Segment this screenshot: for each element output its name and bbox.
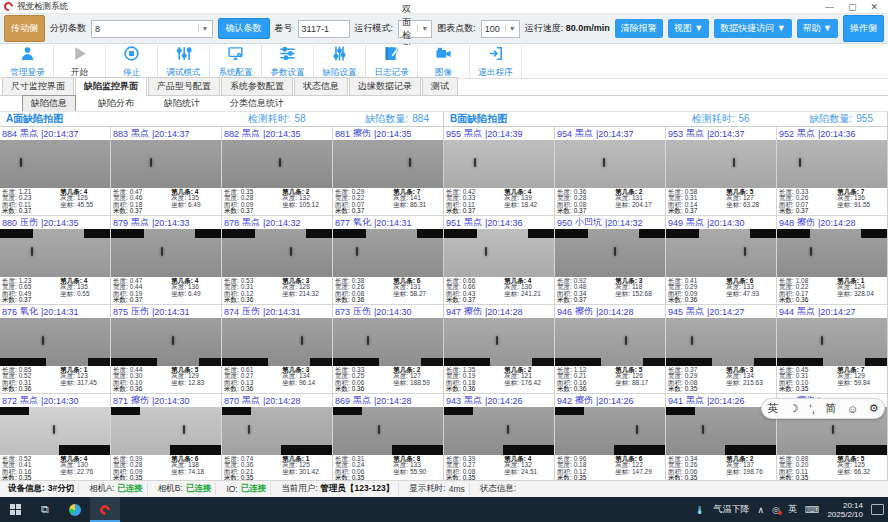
- defect-thumbnail[interactable]: [222, 407, 332, 455]
- admin-login-button[interactable]: 管理登录: [2, 45, 54, 78]
- defect-cell[interactable]: 946 擦伤 |20:14:28 长度: 1.12 宽度: 0.21 面积: 0…: [555, 305, 665, 393]
- defect-cell[interactable]: 943 黑点 |20:14:26 长度: 0.39 宽度: 0.27 面积: 0…: [444, 394, 554, 482]
- keyboard-icon[interactable]: ⌨: [805, 504, 819, 515]
- log-record-button[interactable]: 日志记录: [366, 45, 418, 78]
- defect-thumbnail[interactable]: [111, 140, 221, 188]
- drive-side-button[interactable]: 传动侧: [4, 15, 45, 42]
- roll-number-input[interactable]: 3117-1: [298, 20, 350, 38]
- defect-cell[interactable]: 869 黑点 |20:14:28 长度: 0.31 宽度: 0.24 面积: 0…: [333, 394, 443, 482]
- defect-thumbnail[interactable]: [222, 318, 332, 366]
- language-indicator[interactable]: 英: [788, 503, 797, 516]
- chart-points-select[interactable]: 100 ▼: [481, 20, 520, 38]
- ime-lang-toggle[interactable]: 英: [767, 401, 778, 416]
- defect-thumbnail[interactable]: [777, 318, 887, 366]
- defect-cell[interactable]: 948 擦伤 |20:14:28 长度: 1.08 宽度: 0.22 面积: 0…: [777, 216, 887, 304]
- defect-cell[interactable]: 876 氧化 |20:14:31 长度: 0.85 宽度: 0.52 面积: 0…: [0, 305, 110, 393]
- defect-cell[interactable]: 874 压伤 |20:14:31 长度: 0.61 宽度: 0.27 面积: 0…: [222, 305, 332, 393]
- notification-center-button[interactable]: [871, 504, 884, 515]
- view-menu-button[interactable]: 视图 ▼: [668, 19, 709, 38]
- tab-product-config[interactable]: 产品型号配置: [148, 77, 220, 95]
- defect-cell[interactable]: 878 黑点 |20:14:32 长度: 0.53 宽度: 0.31 面积: 0…: [222, 216, 332, 304]
- defect-cell[interactable]: 950 小凹坑 |20:14:32 长度: 0.92 宽度: 0.48 面积: …: [555, 216, 665, 304]
- defect-thumbnail[interactable]: [111, 229, 221, 277]
- defect-cell[interactable]: 881 擦伤 |20:14:35 长度: 0.29 宽度: 0.22 面积: 0…: [333, 127, 443, 215]
- defect-cell[interactable]: 951 黑点 |20:14:36 长度: 0.66 宽度: 0.66 面积: 0…: [444, 216, 554, 304]
- tab-status-info[interactable]: 状态信息: [294, 77, 348, 95]
- start-button[interactable]: 开始: [54, 45, 106, 78]
- defect-cell[interactable]: 872 黑点 |20:14:30 长度: 0.52 宽度: 0.41 面积: 0…: [0, 394, 110, 482]
- maximize-button[interactable]: ▢: [848, 2, 857, 12]
- tab-system-params[interactable]: 系统参数配置: [221, 77, 293, 95]
- defect-cell[interactable]: 941 黑点 |20:14:26 长度: 0.34 宽度: 0.26 面积: 0…: [666, 394, 776, 482]
- defect-cell[interactable]: 883 黑点 |20:14:37 长度: 0.47 宽度: 0.46 面积: 0…: [111, 127, 221, 215]
- defect-thumbnail[interactable]: [555, 229, 665, 277]
- subtab-defect-distribution[interactable]: 缺陷分布: [90, 96, 142, 111]
- close-button[interactable]: ✕: [870, 2, 878, 12]
- tab-test[interactable]: 测试: [422, 77, 458, 95]
- defect-cell[interactable]: 882 黑点 |20:14:35 长度: 0.35 宽度: 0.28 面积: 0…: [222, 127, 332, 215]
- subtab-defect-statistics[interactable]: 缺陷统计: [156, 96, 208, 111]
- defect-settings-button[interactable]: 缺陷设置: [314, 45, 366, 78]
- exit-program-button[interactable]: 退出程序: [470, 45, 522, 78]
- defect-thumbnail[interactable]: [111, 407, 221, 455]
- defect-thumbnail[interactable]: [0, 140, 110, 188]
- emoji-icon[interactable]: ☺: [847, 403, 858, 415]
- defect-thumbnail[interactable]: [666, 407, 776, 455]
- defect-cell[interactable]: 947 擦伤 |20:14:28 长度: 1.35 宽度: 0.19 面积: 0…: [444, 305, 554, 393]
- defect-thumbnail[interactable]: [333, 140, 443, 188]
- defect-thumbnail[interactable]: [222, 229, 332, 277]
- data-quick-access-button[interactable]: 数据快捷访问 ▼: [714, 19, 791, 38]
- defect-cell[interactable]: 873 压伤 |20:14:30 长度: 0.33 宽度: 0.25 面积: 0…: [333, 305, 443, 393]
- defect-thumbnail[interactable]: [666, 318, 776, 366]
- defect-cell[interactable]: 877 氧化 |20:14:31 长度: 0.38 宽度: 0.26 面积: 0…: [333, 216, 443, 304]
- minimize-button[interactable]: —: [825, 2, 834, 12]
- tab-edge-data[interactable]: 边缘数据记录: [349, 77, 421, 95]
- slit-count-select[interactable]: 8 ▼: [91, 20, 213, 38]
- defect-cell[interactable]: 875 压伤 |20:14:31 长度: 0.44 宽度: 0.30 面积: 0…: [111, 305, 221, 393]
- defect-thumbnail[interactable]: [555, 140, 665, 188]
- moon-icon[interactable]: ☽: [789, 402, 799, 415]
- subtab-defect-info[interactable]: 缺陷信息: [22, 95, 76, 112]
- defect-thumbnail[interactable]: [444, 140, 554, 188]
- defect-thumbnail[interactable]: [444, 407, 554, 455]
- defect-cell[interactable]: 953 黑点 |20:14:37 长度: 0.58 宽度: 0.31 面积: 0…: [666, 127, 776, 215]
- defect-cell[interactable]: 955 黑点 |20:14:39 长度: 0.42 宽度: 0.33 面积: 0…: [444, 127, 554, 215]
- run-mode-select[interactable]: 双面检测 ▼: [398, 20, 432, 38]
- tab-defect-monitor[interactable]: 缺陷监控界面: [75, 77, 147, 96]
- start-button[interactable]: [0, 497, 30, 522]
- defect-cell[interactable]: 880 压伤 |20:14:35 长度: 1.23 宽度: 0.65 面积: 0…: [0, 216, 110, 304]
- punctuation-toggle[interactable]: ’,: [809, 403, 815, 415]
- defect-thumbnail[interactable]: [0, 407, 110, 455]
- defect-thumbnail[interactable]: [111, 318, 221, 366]
- defect-cell[interactable]: 945 黑点 |20:14:27 长度: 0.37 宽度: 0.29 面积: 0…: [666, 305, 776, 393]
- simplified-toggle[interactable]: 简: [825, 401, 836, 416]
- defect-thumbnail[interactable]: [333, 318, 443, 366]
- defect-cell[interactable]: 952 黑点 |20:14:36 长度: 0.33 宽度: 0.26 面积: 0…: [777, 127, 887, 215]
- defect-cell[interactable]: 870 黑点 |20:14:28 长度: 0.74 宽度: 0.36 面积: 0…: [222, 394, 332, 482]
- defect-thumbnail[interactable]: [666, 140, 776, 188]
- parameter-settings-button[interactable]: 参数设置: [262, 45, 314, 78]
- defect-thumbnail[interactable]: [444, 229, 554, 277]
- defect-thumbnail[interactable]: [333, 407, 443, 455]
- image-button[interactable]: 图像: [418, 45, 470, 78]
- defect-cell[interactable]: 871 擦伤 |20:14:30 长度: 0.39 宽度: 0.28 面积: 0…: [111, 394, 221, 482]
- defect-thumbnail[interactable]: [333, 229, 443, 277]
- browser-taskbar-icon[interactable]: [60, 497, 90, 522]
- defect-cell[interactable]: 884 黑点 |20:14:37 长度: 1.21 宽度: 0.23 面积: 0…: [0, 127, 110, 215]
- stop-button[interactable]: 停止: [106, 45, 158, 78]
- gear-icon[interactable]: ⚙: [869, 402, 879, 415]
- defect-cell[interactable]: 944 黑点 |20:14:27 长度: 0.45 宽度: 0.31 面积: 0…: [777, 305, 887, 393]
- defect-thumbnail[interactable]: [555, 318, 665, 366]
- ime-tray-icon[interactable]: ◎: [772, 505, 780, 515]
- confirm-count-button[interactable]: 确认条数: [218, 18, 270, 39]
- inspection-app-taskbar-icon[interactable]: [90, 497, 120, 522]
- clear-alarm-button[interactable]: 清除报警: [615, 19, 663, 38]
- defect-thumbnail[interactable]: [555, 407, 665, 455]
- tray-expand-button[interactable]: ∧: [758, 505, 765, 515]
- help-menu-button[interactable]: 帮助 ▼: [797, 19, 838, 38]
- defect-cell[interactable]: 949 黑点 |20:14:30 长度: 0.41 宽度: 0.29 面积: 0…: [666, 216, 776, 304]
- operator-side-button[interactable]: 操作侧: [843, 15, 884, 42]
- defect-thumbnail[interactable]: [444, 318, 554, 366]
- defect-cell[interactable]: 942 擦伤 |20:14:26 长度: 0.96 宽度: 0.18 面积: 0…: [555, 394, 665, 482]
- defect-thumbnail[interactable]: [0, 318, 110, 366]
